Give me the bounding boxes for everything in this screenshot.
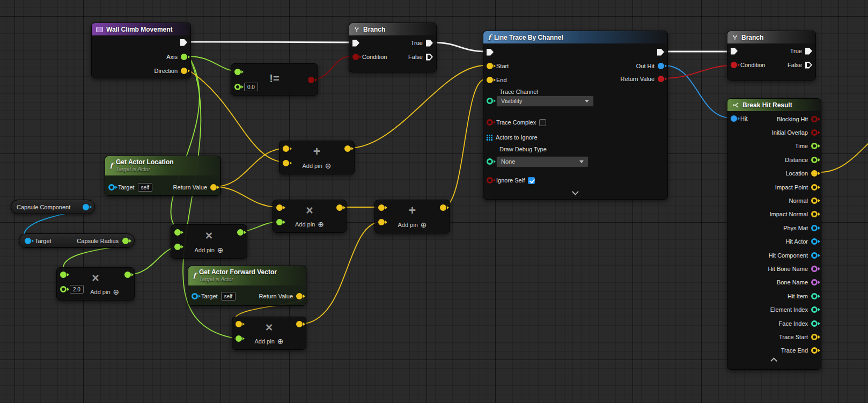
ignore-self-checkbox[interactable]	[528, 177, 535, 184]
output-pin[interactable]	[811, 347, 818, 354]
output-pin[interactable]	[811, 334, 818, 340]
trace-channel-dropdown[interactable]: Visibility	[496, 96, 594, 107]
result-pin[interactable]	[344, 145, 351, 152]
result-pin[interactable]	[237, 229, 244, 236]
output-pin[interactable]	[811, 157, 818, 163]
start-pin[interactable]	[487, 63, 493, 69]
out-hit-pin[interactable]	[658, 63, 664, 69]
input-pin-a[interactable]	[378, 204, 385, 211]
add-pin-button[interactable]: Add pin ⊕	[90, 288, 119, 296]
node-header[interactable]: f Line Trace By Channel	[483, 31, 667, 43]
input-pin-a[interactable]	[174, 229, 181, 236]
node-branch-right[interactable]: Branch Condition True False	[727, 31, 816, 80]
node-line-trace-by-channel[interactable]: f Line Trace By Channel Start End Trace …	[483, 31, 668, 200]
wire-location-to-multiply-offset[interactable]	[214, 187, 279, 207]
input-pin-b[interactable]	[236, 335, 242, 342]
input-pin-a[interactable]	[276, 204, 283, 211]
result-pin[interactable]	[440, 204, 446, 211]
wire-multiply-forward-to-add-end[interactable]	[299, 222, 382, 324]
output-pin[interactable]	[811, 279, 818, 285]
target-pin[interactable]	[25, 238, 31, 244]
add-pin-button[interactable]: Add pin ⊕	[295, 220, 324, 229]
input-pin-b[interactable]	[60, 286, 67, 292]
result-pin[interactable]	[124, 272, 131, 278]
output-pin[interactable]	[811, 184, 818, 190]
actors-to-ignore-array-pin[interactable]	[487, 135, 492, 141]
blueprint-graph-canvas[interactable]: Wall Climb Movement Axis Direction Branc…	[0, 0, 868, 403]
output-pin[interactable]	[811, 252, 818, 259]
condition-pin[interactable]	[352, 54, 359, 60]
output-pin[interactable]	[811, 116, 818, 122]
node-add-start[interactable]: + Add pin ⊕	[279, 141, 355, 174]
output-pin[interactable]	[811, 129, 818, 136]
node-get-actor-location[interactable]: f Get Actor Location Target is Actor Tar…	[105, 156, 220, 196]
wire-location-to-add-start[interactable]	[214, 148, 288, 187]
output-pin[interactable]	[811, 225, 818, 231]
input-pin-b[interactable]	[234, 84, 241, 90]
direction-pin[interactable]	[181, 68, 187, 74]
trace-complex-checkbox[interactable]	[539, 119, 546, 126]
output-pin[interactable]	[811, 266, 818, 272]
node-not-equal[interactable]: != 0.0	[231, 63, 318, 96]
capsule-radius-pin[interactable]	[122, 238, 129, 244]
exec-out-pin[interactable]	[180, 39, 187, 46]
wire-exec-event-to-branch[interactable]	[189, 42, 351, 42]
wire-axis-to-multiply-axis[interactable]	[171, 56, 199, 232]
node-branch-left[interactable]: Branch Condition True False	[349, 23, 437, 72]
axis-pin[interactable]	[181, 54, 187, 60]
result-pin[interactable]	[296, 321, 303, 327]
wire-add-start-to-trace-start[interactable]	[349, 65, 485, 148]
wire-add-end-to-trace-end[interactable]	[443, 79, 485, 207]
input-pin-a[interactable]	[283, 145, 289, 152]
trace-channel-pin[interactable]	[487, 98, 493, 104]
trace-complex-pin[interactable]	[487, 119, 493, 126]
condition-pin[interactable]	[731, 62, 737, 68]
input-pin-b[interactable]	[378, 219, 385, 225]
node-wall-climb-movement[interactable]: Wall Climb Movement Axis Direction	[91, 23, 191, 78]
node-multiply-axis[interactable]: × Add pin ⊕	[171, 224, 247, 259]
true-exec-pin[interactable]	[426, 40, 433, 47]
false-exec-pin[interactable]	[426, 54, 433, 61]
node-header[interactable]: Wall Climb Movement	[92, 23, 190, 35]
output-pin[interactable]	[811, 306, 818, 313]
result-pin[interactable]	[308, 77, 314, 83]
exec-in-pin[interactable]	[352, 40, 359, 47]
draw-debug-type-dropdown[interactable]: None	[496, 156, 589, 167]
add-pin-button[interactable]: Add pin ⊕	[302, 162, 331, 170]
input-pin-a[interactable]	[60, 272, 67, 278]
node-multiply-double[interactable]: × 2.0 Add pin ⊕	[56, 267, 135, 301]
output-pin[interactable]	[811, 320, 818, 327]
node-get-actor-forward-vector[interactable]: f Get Actor Forward Vector Target is Act…	[188, 266, 306, 306]
output-pin[interactable]	[811, 197, 818, 204]
return-value-pin[interactable]	[658, 76, 664, 82]
node-header[interactable]: Branch	[349, 23, 436, 35]
exec-in-pin[interactable]	[487, 49, 494, 56]
output-pin[interactable]	[811, 211, 818, 217]
node-header[interactable]: Break Hit Result	[727, 99, 821, 111]
input-pin-a[interactable]	[236, 321, 242, 327]
add-pin-button[interactable]: Add pin ⊕	[194, 246, 223, 254]
node-add-end[interactable]: + Add pin ⊕	[374, 200, 450, 233]
node-break-hit-result[interactable]: Break Hit Result Hit Blocking Hit Initia…	[727, 98, 821, 370]
collapse-node-chevron[interactable]	[770, 357, 777, 364]
exec-in-pin[interactable]	[731, 48, 738, 55]
input-pin-a[interactable]	[234, 69, 241, 75]
node-multiply-forward[interactable]: × Add pin ⊕	[232, 317, 306, 350]
node-capsule-component[interactable]: Capsule Component	[11, 200, 95, 214]
value-field[interactable]: 2.0	[70, 285, 84, 294]
wire-outhit-to-break-hit[interactable]	[664, 65, 732, 118]
self-value[interactable]: self	[221, 292, 236, 301]
node-multiply-offset[interactable]: × Add pin ⊕	[273, 200, 347, 233]
capsule-component-pin[interactable]	[83, 204, 89, 210]
input-pin-b[interactable]	[283, 160, 289, 166]
node-capsule-radius[interactable]: Target Capsule Radius	[19, 233, 135, 248]
result-pin[interactable]	[336, 204, 343, 211]
return-value-pin[interactable]	[296, 293, 303, 299]
input-pin-b[interactable]	[276, 219, 283, 225]
add-pin-button[interactable]: Add pin ⊕	[398, 221, 426, 229]
self-value[interactable]: self	[138, 183, 153, 192]
output-pin[interactable]	[811, 143, 818, 149]
true-exec-pin[interactable]	[805, 48, 812, 55]
draw-debug-type-pin[interactable]	[487, 158, 493, 165]
value-field[interactable]: 0.0	[244, 83, 258, 91]
